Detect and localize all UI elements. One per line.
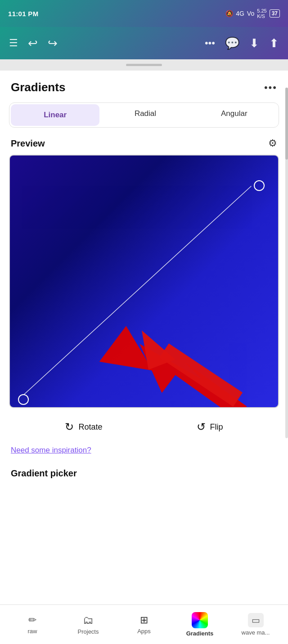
- nav-label-projects: Projects: [78, 628, 99, 635]
- battery-indicator: 37: [270, 9, 280, 18]
- toolbar: ☰ ↩ ↪ ••• 💬 ⬇ ⬆: [0, 27, 288, 59]
- status-right: 🔕 4G Vo 5.25K/S 37: [225, 8, 280, 19]
- network-icon: 4G: [236, 10, 244, 17]
- panel-more-icon[interactable]: •••: [264, 82, 277, 93]
- nav-item-wavema[interactable]: ▭ wave ma...: [238, 613, 274, 636]
- toolbar-left-group: ☰ ↩ ↪: [9, 36, 58, 50]
- rotate-icon: ↻: [65, 421, 74, 433]
- projects-icon: 🗂: [83, 614, 94, 626]
- preview-settings-icon[interactable]: ⚙: [268, 138, 277, 149]
- gradient-line-svg: [10, 155, 278, 407]
- inspiration-link-area: Need some inspiration?: [0, 446, 288, 464]
- preview-canvas[interactable]: [10, 155, 278, 407]
- tab-radial[interactable]: Radial: [101, 103, 189, 127]
- flip-icon: ↺: [197, 421, 206, 433]
- notification-icon: 🔕: [225, 10, 233, 17]
- apps-icon: ⊞: [140, 614, 148, 626]
- comment-icon[interactable]: 💬: [225, 36, 239, 50]
- speed-icon: 5.25K/S: [257, 8, 266, 19]
- svg-line-0: [22, 186, 252, 396]
- scrollbar-track: [285, 88, 288, 438]
- tab-angular[interactable]: Angular: [190, 103, 279, 127]
- panel-header: Gradients •••: [0, 71, 288, 102]
- tab-bar: Linear Radial Angular: [9, 102, 279, 128]
- bottom-nav: ✏ raw 🗂 Projects ⊞ Apps Gradients ▭ wave…: [0, 604, 288, 644]
- control-point-end[interactable]: [254, 180, 265, 191]
- flip-label: Flip: [210, 422, 223, 432]
- undo-icon[interactable]: ↩: [28, 36, 38, 50]
- more-options-icon[interactable]: •••: [205, 37, 215, 49]
- rotate-button[interactable]: ↻ Rotate: [65, 421, 102, 433]
- scrollbar-thumb[interactable]: [285, 88, 288, 160]
- signal-icon: Vo: [247, 10, 254, 17]
- sheet-handle: [126, 64, 162, 66]
- preview-canvas-wrapper: [9, 155, 279, 408]
- main-panel: Gradients ••• Linear Radial Angular Prev…: [0, 71, 288, 644]
- panel-title: Gradients: [11, 80, 65, 94]
- nav-item-projects[interactable]: 🗂 Projects: [70, 614, 106, 635]
- nav-label-wavema: wave ma...: [242, 629, 270, 636]
- flip-button[interactable]: ↺ Flip: [197, 421, 223, 433]
- toolbar-right-group: ••• 💬 ⬇ ⬆: [205, 36, 279, 50]
- share-icon[interactable]: ⬆: [269, 36, 279, 50]
- draw-icon: ✏: [28, 614, 36, 626]
- nav-label-raw: raw: [28, 628, 37, 635]
- download-icon[interactable]: ⬇: [249, 36, 259, 50]
- wavema-icon: ▭: [248, 613, 264, 627]
- nav-item-gradients[interactable]: Gradients: [182, 612, 218, 637]
- nav-item-raw[interactable]: ✏ raw: [14, 614, 50, 635]
- gradient-picker-label: Gradient picker: [0, 464, 288, 486]
- gradients-icon: [192, 612, 208, 628]
- redo-icon[interactable]: ↪: [48, 36, 58, 50]
- inspiration-link[interactable]: Need some inspiration?: [11, 446, 91, 454]
- nav-item-apps[interactable]: ⊞ Apps: [126, 614, 162, 635]
- preview-label: Preview: [11, 138, 45, 149]
- nav-label-gradients: Gradients: [186, 630, 214, 637]
- controls-row: ↻ Rotate ↺ Flip: [0, 408, 288, 446]
- preview-header: Preview ⚙: [0, 128, 288, 155]
- menu-icon[interactable]: ☰: [9, 37, 18, 49]
- status-bar: 11:01 PM 🔕 4G Vo 5.25K/S 37: [0, 0, 288, 27]
- status-time: 11:01 PM: [8, 10, 38, 18]
- tab-linear[interactable]: Linear: [11, 104, 99, 126]
- control-point-start[interactable]: [18, 394, 29, 405]
- sheet-handle-area: [0, 59, 288, 71]
- rotate-label: Rotate: [78, 422, 102, 432]
- nav-label-apps: Apps: [137, 628, 151, 635]
